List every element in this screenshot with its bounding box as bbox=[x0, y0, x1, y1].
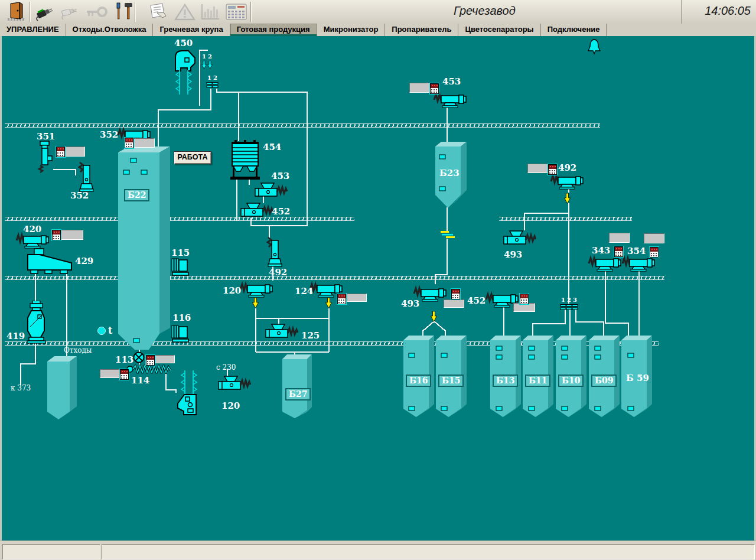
status-bar bbox=[0, 541, 756, 560]
diagram: Б22Б23Б27Б16Б15Б13Б11Б10Б09Б 59450352351… bbox=[0, 36, 756, 541]
machine-125[interactable] bbox=[265, 323, 298, 341]
equipment-label: 120 bbox=[223, 285, 241, 296]
machine-452-mid[interactable] bbox=[240, 202, 273, 220]
tab-3[interactable]: Гречневая крупа bbox=[153, 24, 230, 36]
report-journal-icon[interactable] bbox=[146, 1, 170, 22]
keypad-indicator-icon[interactable] bbox=[125, 138, 133, 148]
keypad-indicator-icon[interactable] bbox=[520, 294, 529, 304]
equipment-label: 2 bbox=[208, 53, 212, 60]
tab-4[interactable]: Готовая продукция bbox=[230, 24, 317, 36]
exit-door-icon[interactable] bbox=[5, 1, 28, 22]
keypad-indicator-icon[interactable] bbox=[146, 355, 155, 366]
equipment-label: 3 bbox=[573, 297, 577, 303]
flow-arrow-yellow bbox=[564, 193, 571, 204]
keypad-indicator-icon[interactable] bbox=[337, 294, 346, 304]
keypad-indicator-icon[interactable] bbox=[52, 230, 61, 240]
floor-line bbox=[499, 217, 632, 221]
bin-label-B23: Б23 bbox=[437, 168, 462, 178]
bin-label-B13: Б13 bbox=[493, 375, 518, 387]
value-display bbox=[61, 230, 83, 240]
equipment-label: 1 bbox=[202, 53, 206, 60]
control-panel-icon[interactable] bbox=[224, 1, 248, 22]
keypad-indicator-icon[interactable] bbox=[56, 146, 65, 157]
machine-419[interactable] bbox=[25, 301, 47, 344]
machine-493-left[interactable] bbox=[503, 230, 536, 248]
equipment-label: 450 bbox=[174, 38, 193, 48]
work-status-button[interactable]: РАБОТА bbox=[174, 151, 211, 164]
machine-351[interactable] bbox=[37, 141, 53, 174]
machine-429[interactable] bbox=[27, 248, 73, 275]
machine-450-chains[interactable] bbox=[175, 70, 193, 96]
tab-bar: УПРАВЛЕНИЕОтходы.ОтволожкаГречневая круп… bbox=[0, 24, 756, 36]
floor-line bbox=[5, 217, 354, 221]
tab-1[interactable]: УПРАВЛЕНИЕ bbox=[0, 24, 66, 36]
value-display bbox=[100, 369, 120, 378]
gate-valve-icon[interactable] bbox=[441, 231, 455, 239]
flow-arrow-yellow bbox=[431, 311, 437, 322]
disconnect-plug-icon[interactable] bbox=[59, 1, 83, 22]
tab-8[interactable]: Подключение bbox=[541, 24, 607, 36]
floor-line bbox=[5, 123, 600, 128]
toolbar-separator bbox=[30, 2, 31, 22]
machine-120-bottom[interactable] bbox=[218, 375, 251, 393]
flow-arrow-yellow bbox=[325, 298, 332, 308]
alarm-warning-icon[interactable] bbox=[173, 1, 197, 22]
bin-label-B10: Б10 bbox=[558, 375, 584, 387]
keypad-indicator-icon[interactable] bbox=[430, 83, 439, 94]
access-key-icon[interactable] bbox=[85, 1, 109, 22]
machine-454[interactable] bbox=[230, 140, 260, 180]
equipment-label: 493 bbox=[504, 249, 522, 260]
tab-7[interactable]: Цветосепараторы bbox=[458, 24, 540, 36]
connect-plug-icon[interactable] bbox=[34, 1, 58, 22]
equipment-label: 2 bbox=[567, 297, 571, 303]
machine-453-mid[interactable] bbox=[255, 182, 288, 200]
keypad-indicator-icon[interactable] bbox=[614, 246, 623, 257]
machine-115[interactable] bbox=[171, 257, 190, 277]
keypad-indicator-icon[interactable] bbox=[548, 164, 557, 175]
alarm-bell-icon[interactable] bbox=[585, 39, 603, 56]
bins-layer bbox=[0, 36, 756, 541]
equipment-label: 113 bbox=[115, 354, 133, 365]
machine-450[interactable] bbox=[172, 49, 197, 73]
bin-label-B27: Б27 bbox=[285, 388, 311, 401]
status-cell-left bbox=[2, 544, 100, 559]
app-title: Гречезавод bbox=[454, 4, 516, 18]
slide-valve-icon[interactable] bbox=[212, 82, 219, 89]
machine-352-lower[interactable] bbox=[77, 161, 95, 193]
trends-chart-icon[interactable] bbox=[198, 1, 221, 22]
toolbar: Гречезавод 14:06:05 bbox=[0, 0, 756, 24]
equipment-label: 453 bbox=[271, 171, 289, 181]
equipment-label: 2 bbox=[213, 74, 217, 81]
bin-label-B15: Б15 bbox=[438, 375, 464, 387]
equipment-label: 453 bbox=[442, 76, 461, 87]
machine-113[interactable] bbox=[133, 351, 145, 363]
equipment-label: 1 bbox=[561, 297, 565, 303]
temperature-dot-icon bbox=[97, 327, 106, 335]
machine-116[interactable] bbox=[171, 324, 190, 344]
equipment-label: 114 bbox=[131, 375, 149, 386]
bin-label-B09: Б09 bbox=[591, 375, 617, 387]
setup-tools-icon[interactable] bbox=[112, 1, 136, 22]
floor-line bbox=[5, 276, 664, 280]
equipment-label: 124 bbox=[295, 286, 313, 297]
value-display bbox=[644, 233, 664, 243]
slide-valve-icon[interactable] bbox=[572, 304, 579, 311]
equipment-label: Отходы bbox=[64, 346, 92, 354]
value-display bbox=[444, 299, 464, 308]
tab-5[interactable]: Микронизатор bbox=[317, 24, 386, 36]
machine-114[interactable] bbox=[126, 364, 174, 374]
value-display bbox=[409, 83, 429, 93]
bin-label-B22: Б22 bbox=[124, 189, 149, 201]
tab-2[interactable]: Отходы.Отволожка bbox=[66, 24, 154, 36]
equipment-label: 354 bbox=[627, 246, 646, 256]
machine-120-mid[interactable] bbox=[239, 280, 273, 298]
equipment-label: 452 bbox=[272, 206, 290, 217]
tab-6[interactable]: Пропариватель bbox=[385, 24, 458, 36]
keypad-indicator-icon[interactable] bbox=[451, 289, 460, 299]
machine-492-mid[interactable] bbox=[266, 236, 284, 268]
bin-label-B59: Б 59 bbox=[624, 373, 651, 383]
keypad-indicator-icon[interactable] bbox=[650, 247, 659, 258]
machine-114-boot[interactable] bbox=[176, 393, 198, 416]
value-display bbox=[609, 233, 630, 243]
keypad-indicator-icon[interactable] bbox=[120, 369, 129, 380]
